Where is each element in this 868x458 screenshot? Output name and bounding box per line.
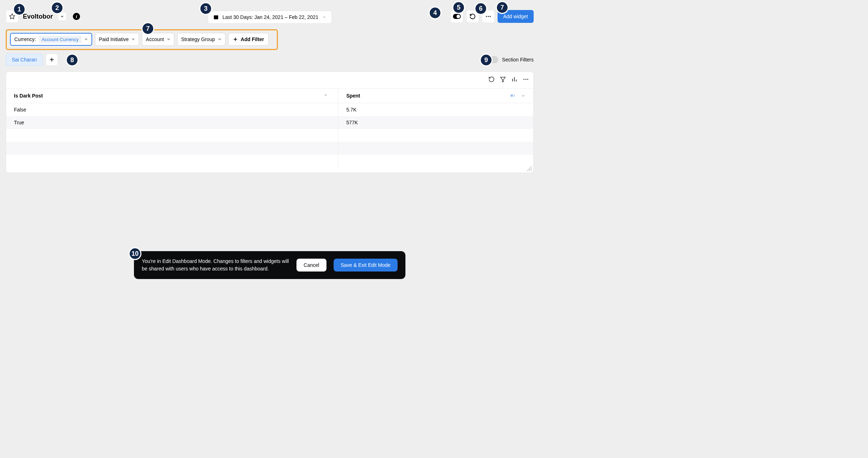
cell-spent: 5.7K bbox=[338, 103, 533, 116]
cell-is-dark-post: False bbox=[6, 103, 338, 116]
caret-down-icon bbox=[218, 39, 221, 40]
filter-label: Paid Initiative bbox=[99, 36, 129, 42]
filter-label: Strategy Group bbox=[181, 36, 215, 42]
more-horizontal-icon bbox=[485, 13, 492, 20]
svg-line-21 bbox=[531, 170, 532, 171]
callout-9: 9 bbox=[480, 54, 493, 66]
table-header-row: Is Dark Post Spent ≡↑ bbox=[6, 89, 533, 103]
theme-toggle-icon bbox=[453, 14, 461, 19]
date-range-picker[interactable]: Last 30 Days: Jan 24, 2021 – Feb 22, 202… bbox=[208, 11, 332, 24]
table-row[interactable]: True 577K bbox=[6, 116, 533, 129]
resize-handle-icon[interactable] bbox=[527, 166, 532, 171]
info-icon[interactable]: i bbox=[73, 13, 80, 20]
chevron-down-icon bbox=[60, 14, 64, 19]
callout-10: 10 bbox=[129, 247, 141, 260]
dashboard-title: Evoltobor bbox=[23, 13, 53, 20]
currency-filter-value: Account Currency bbox=[39, 36, 81, 43]
table-row bbox=[6, 129, 533, 142]
svg-marker-12 bbox=[500, 77, 505, 82]
section-tab-label: Sai Charan bbox=[12, 57, 37, 63]
callout-4: 4 bbox=[429, 6, 442, 19]
filter-paid-initiative[interactable]: Paid Initiative bbox=[95, 33, 139, 46]
svg-point-7 bbox=[489, 16, 490, 17]
add-filter-button[interactable]: Add Filter bbox=[228, 33, 269, 46]
currency-filter-label: Currency: bbox=[14, 36, 36, 42]
add-filter-label: Add Filter bbox=[241, 36, 264, 42]
callout-7a: 7 bbox=[496, 1, 509, 14]
table-row bbox=[6, 155, 533, 168]
table-row bbox=[6, 142, 533, 155]
filters-bar: Currency: Account Currency Paid Initiati… bbox=[6, 29, 534, 49]
table-row[interactable]: False 5.7K bbox=[6, 103, 533, 116]
column-header-spent[interactable]: Spent ≡↑ bbox=[338, 89, 533, 103]
section-filters-label: Section Filters bbox=[502, 57, 534, 63]
callout-6: 6 bbox=[474, 2, 487, 15]
callout-8: 8 bbox=[66, 54, 79, 66]
widget-filter-button[interactable] bbox=[500, 76, 506, 83]
callout-2: 2 bbox=[51, 1, 64, 14]
svg-point-17 bbox=[525, 79, 527, 80]
svg-point-18 bbox=[527, 79, 528, 80]
caret-down-icon bbox=[84, 39, 88, 40]
edit-mode-toast: You're in Edit Dashboard Mode. Changes t… bbox=[134, 251, 405, 279]
data-table: Is Dark Post Spent ≡↑ False 5.7K True bbox=[6, 88, 533, 168]
widget-more-button[interactable] bbox=[523, 76, 529, 83]
cell-spent: 577K bbox=[338, 116, 533, 129]
caret-down-icon bbox=[167, 39, 170, 40]
calendar-icon bbox=[213, 14, 219, 20]
star-icon bbox=[9, 13, 15, 20]
section-row: Sai Charan Section Filters bbox=[0, 49, 539, 70]
callout-1: 1 bbox=[13, 3, 26, 16]
svg-point-16 bbox=[523, 79, 524, 80]
filter-label: Account bbox=[146, 36, 164, 42]
add-section-button[interactable] bbox=[46, 54, 58, 66]
chevron-down-icon bbox=[322, 15, 326, 19]
table-widget: Is Dark Post Spent ≡↑ False 5.7K True bbox=[6, 71, 534, 173]
callout-7b: 7 bbox=[141, 22, 154, 35]
widget-refresh-button[interactable] bbox=[488, 76, 495, 83]
section-tab[interactable]: Sai Charan bbox=[6, 54, 43, 66]
filter-strategy-group[interactable]: Strategy Group bbox=[177, 33, 225, 46]
sort-asc-icon: ≡↑ bbox=[510, 93, 515, 98]
plus-icon bbox=[233, 37, 238, 42]
toast-message: You're in Edit Dashboard Mode. Changes t… bbox=[142, 258, 289, 273]
widget-chart-button[interactable] bbox=[511, 76, 518, 83]
callout-5: 5 bbox=[452, 1, 465, 14]
svg-point-4 bbox=[457, 15, 460, 18]
widget-toolbar bbox=[488, 76, 529, 83]
cell-is-dark-post: True bbox=[6, 116, 338, 129]
svg-marker-0 bbox=[10, 14, 15, 19]
svg-point-5 bbox=[486, 16, 487, 17]
caret-down-icon bbox=[131, 39, 135, 40]
svg-rect-2 bbox=[214, 15, 218, 16]
date-range-text: Last 30 Days: Jan 24, 2021 – Feb 22, 202… bbox=[223, 14, 319, 20]
refresh-icon bbox=[469, 13, 476, 20]
chevron-down-icon bbox=[324, 93, 328, 97]
cancel-button[interactable]: Cancel bbox=[296, 259, 326, 272]
plus-icon bbox=[49, 57, 55, 63]
callout-3: 3 bbox=[199, 2, 212, 15]
save-exit-button[interactable]: Save & Exit Edit Mode bbox=[334, 259, 398, 272]
svg-point-6 bbox=[488, 16, 489, 17]
chevron-down-icon bbox=[521, 94, 525, 98]
section-right: Section Filters bbox=[485, 56, 534, 63]
currency-filter[interactable]: Currency: Account Currency bbox=[10, 33, 92, 46]
column-header-is-dark-post[interactable]: Is Dark Post bbox=[6, 89, 338, 103]
